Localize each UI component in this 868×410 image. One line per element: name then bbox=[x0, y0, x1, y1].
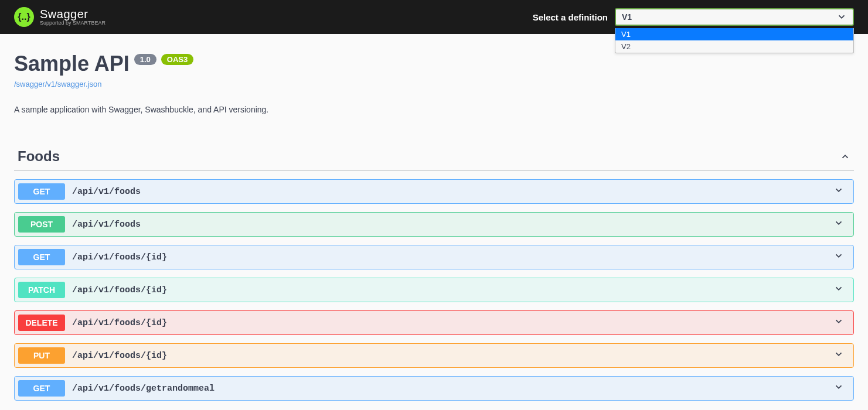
operation-row[interactable]: GET/api/v1/foods/{id} bbox=[14, 245, 854, 269]
version-badge: 1.0 bbox=[134, 54, 156, 65]
chevron-down-icon bbox=[833, 251, 844, 264]
chevron-down-icon bbox=[833, 218, 844, 231]
title-row: Sample API 1.0 OAS3 bbox=[14, 52, 854, 76]
api-title: Sample API bbox=[14, 52, 130, 76]
operation-row[interactable]: PATCH/api/v1/foods/{id} bbox=[14, 278, 854, 302]
definition-select[interactable]: V1 bbox=[615, 8, 854, 26]
operations-list: GET/api/v1/foodsPOST/api/v1/foodsGET/api… bbox=[14, 179, 854, 401]
method-badge: POST bbox=[18, 216, 65, 233]
operation-row[interactable]: GET/api/v1/foods bbox=[14, 179, 854, 204]
method-badge: GET bbox=[18, 249, 65, 265]
operation-path: /api/v1/foods/getrandommeal bbox=[72, 384, 833, 394]
operation-row[interactable]: DELETE/api/v1/foods/{id} bbox=[14, 310, 854, 335]
logo-main-text: Swagger bbox=[40, 8, 105, 20]
oas-badge: OAS3 bbox=[161, 54, 193, 65]
chevron-up-icon bbox=[840, 151, 850, 162]
tag-section: Foods GET/api/v1/foodsPOST/api/v1/foodsG… bbox=[14, 142, 854, 401]
chevron-down-icon bbox=[833, 185, 844, 198]
chevron-down-icon bbox=[833, 283, 844, 296]
logo-text: Swagger Supported by SMARTBEAR bbox=[40, 8, 105, 26]
method-badge: GET bbox=[18, 380, 65, 397]
logo[interactable]: {..} Swagger Supported by SMARTBEAR bbox=[14, 7, 105, 27]
definition-dropdown: V1V2 bbox=[615, 28, 854, 53]
operation-path: /api/v1/foods/{id} bbox=[72, 318, 833, 328]
operation-path: /api/v1/foods bbox=[72, 220, 833, 230]
chevron-down-icon bbox=[836, 12, 847, 22]
operation-path: /api/v1/foods bbox=[72, 187, 833, 197]
chevron-down-icon bbox=[833, 349, 844, 362]
definition-option[interactable]: V1 bbox=[615, 28, 853, 40]
chevron-down-icon bbox=[833, 316, 844, 329]
operation-path: /api/v1/foods/{id} bbox=[72, 285, 833, 295]
logo-sub-text: Supported by SMARTBEAR bbox=[40, 20, 105, 26]
api-description: A sample application with Swagger, Swash… bbox=[14, 105, 854, 114]
content: Sample API 1.0 OAS3 /swagger/v1/swagger.… bbox=[0, 34, 868, 410]
definition-option[interactable]: V2 bbox=[615, 40, 853, 53]
method-badge: PATCH bbox=[18, 282, 65, 298]
swagger-logo-icon: {..} bbox=[14, 7, 34, 27]
spec-link[interactable]: /swagger/v1/swagger.json bbox=[14, 80, 102, 88]
operation-path: /api/v1/foods/{id} bbox=[72, 252, 833, 262]
operation-path: /api/v1/foods/{id} bbox=[72, 351, 833, 361]
method-badge: DELETE bbox=[18, 315, 65, 331]
definition-selected-value: V1 bbox=[622, 12, 632, 22]
operation-row[interactable]: GET/api/v1/foods/getrandommeal bbox=[14, 376, 854, 401]
chevron-down-icon bbox=[833, 382, 844, 395]
tag-header[interactable]: Foods bbox=[14, 142, 854, 171]
topbar: {..} Swagger Supported by SMARTBEAR Sele… bbox=[0, 0, 868, 34]
operation-row[interactable]: PUT/api/v1/foods/{id} bbox=[14, 343, 854, 368]
method-badge: GET bbox=[18, 183, 65, 200]
operation-row[interactable]: POST/api/v1/foods bbox=[14, 212, 854, 237]
tag-name: Foods bbox=[18, 148, 60, 165]
definition-label: Select a definition bbox=[533, 12, 608, 22]
method-badge: PUT bbox=[18, 347, 65, 364]
definition-selector: Select a definition V1 V1V2 bbox=[533, 8, 854, 26]
